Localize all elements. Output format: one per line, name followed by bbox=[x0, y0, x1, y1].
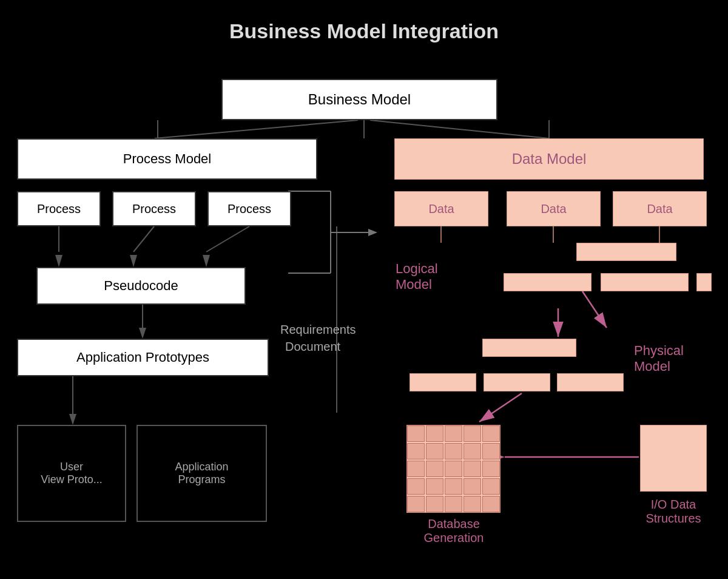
user-view-box: User View Proto... bbox=[17, 425, 126, 522]
data1-box: Data bbox=[394, 191, 488, 226]
process2-label: Process bbox=[132, 202, 176, 216]
svg-marker-9 bbox=[130, 255, 137, 267]
svg-line-28 bbox=[479, 393, 522, 422]
svg-line-27 bbox=[582, 291, 607, 328]
physical-rect2 bbox=[410, 373, 476, 391]
data3-label: Data bbox=[647, 202, 672, 216]
business-model-box: Business Model bbox=[221, 79, 497, 120]
physical-rect4 bbox=[557, 373, 624, 391]
pseudocode-label: Pseudocode bbox=[104, 278, 178, 294]
io-data-label: I/O DataStructures bbox=[631, 498, 716, 526]
diagram-container: Business Model Integration Requirements … bbox=[0, 0, 728, 579]
io-box bbox=[640, 425, 707, 492]
svg-marker-8 bbox=[55, 255, 62, 267]
logical-rect4 bbox=[696, 273, 712, 291]
svg-text:Document: Document bbox=[285, 340, 341, 353]
process-model-box: Process Model bbox=[17, 138, 317, 180]
process3-box: Process bbox=[207, 191, 291, 226]
physical-rect1 bbox=[482, 339, 576, 357]
data2-label: Data bbox=[541, 202, 566, 216]
svg-marker-12 bbox=[139, 328, 146, 339]
business-model-label: Business Model bbox=[308, 91, 411, 108]
database-grid bbox=[406, 425, 500, 513]
svg-line-6 bbox=[133, 226, 154, 252]
svg-text:Requirements: Requirements bbox=[280, 323, 356, 336]
svg-marker-17 bbox=[69, 414, 76, 425]
svg-marker-22 bbox=[368, 229, 377, 236]
svg-line-1 bbox=[155, 120, 358, 138]
process1-label: Process bbox=[37, 202, 81, 216]
page-title: Business Model Integration bbox=[217, 17, 511, 46]
data-model-label: Data Model bbox=[512, 151, 587, 168]
application-box: Application Programs bbox=[136, 425, 267, 522]
process1-box: Process bbox=[17, 191, 101, 226]
logical-rect3 bbox=[601, 273, 689, 291]
process-model-label: Process Model bbox=[123, 151, 212, 167]
data2-box: Data bbox=[507, 191, 601, 226]
logical-model-label: LogicalModel bbox=[396, 261, 438, 293]
process3-label: Process bbox=[228, 202, 271, 216]
svg-line-2 bbox=[370, 120, 549, 138]
svg-line-7 bbox=[206, 226, 249, 252]
pseudocode-box: Pseudocode bbox=[36, 267, 246, 305]
title-text: Business Model Integration bbox=[229, 19, 499, 42]
logical-rect1 bbox=[576, 243, 676, 261]
data1-label: Data bbox=[428, 202, 454, 216]
app-proto-label: Application Prototypes bbox=[76, 350, 209, 365]
logical-rect2 bbox=[504, 273, 592, 291]
process2-box: Process bbox=[112, 191, 196, 226]
physical-rect3 bbox=[484, 373, 550, 391]
physical-model-label: PhysicalModel bbox=[634, 343, 684, 374]
svg-marker-10 bbox=[203, 255, 210, 267]
database-generation-label: DatabaseGeneration bbox=[405, 517, 502, 545]
app-proto-box: Application Prototypes bbox=[17, 339, 269, 376]
data-model-box: Data Model bbox=[394, 138, 704, 180]
data3-box: Data bbox=[613, 191, 707, 226]
